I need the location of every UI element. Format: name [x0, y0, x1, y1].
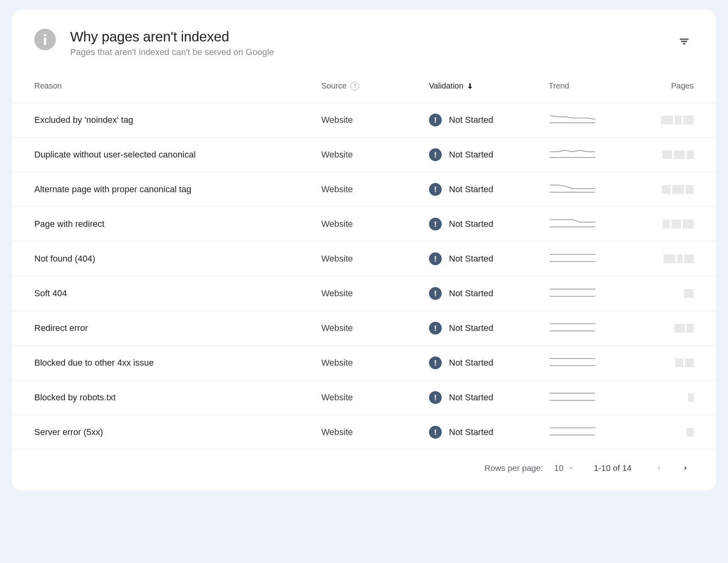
column-header-trend[interactable]: Trend: [549, 81, 636, 91]
sparkline-icon: [549, 321, 596, 333]
column-header-reason[interactable]: Reason: [34, 81, 321, 91]
exclamation-icon: !: [429, 183, 442, 196]
validation-cell: ! Not Started: [429, 148, 549, 161]
table-row[interactable]: Blocked due to other 4xx issue Website !…: [12, 345, 716, 380]
table-body: Excluded by 'noindex' tag Website ! Not …: [12, 102, 716, 449]
trend-cell: [549, 391, 636, 404]
table-row[interactable]: Alternate page with proper canonical tag…: [12, 172, 716, 207]
source-cell: Website: [321, 150, 429, 160]
validation-status: Not Started: [449, 219, 493, 229]
column-header-validation[interactable]: Validation: [429, 81, 549, 91]
validation-status: Not Started: [449, 427, 493, 437]
source-cell: Website: [321, 115, 429, 125]
rows-per-page-select[interactable]: 10: [554, 463, 575, 473]
column-header-validation-label: Validation: [429, 81, 463, 91]
pages-cell: [636, 289, 694, 298]
source-cell: Website: [321, 254, 429, 264]
validation-status: Not Started: [449, 115, 493, 125]
trend-cell: [549, 321, 636, 335]
sparkline-icon: [549, 113, 596, 124]
reason-cell: Soft 404: [34, 288, 321, 299]
validation-cell: ! Not Started: [429, 183, 549, 196]
validation-cell: ! Not Started: [429, 322, 549, 335]
reason-cell: Excluded by 'noindex' tag: [34, 115, 321, 125]
chevron-right-icon: [682, 464, 690, 472]
trend-cell: [549, 113, 636, 127]
exclamation-icon: !: [429, 322, 442, 335]
pages-cell: [636, 393, 694, 402]
validation-status: Not Started: [449, 358, 493, 368]
trend-cell: [549, 148, 636, 161]
pages-cell: [636, 220, 694, 228]
validation-cell: ! Not Started: [429, 252, 549, 265]
exclamation-icon: !: [429, 218, 442, 230]
column-header-source-label: Source: [321, 81, 346, 91]
sort-descending-icon: [466, 82, 474, 91]
source-cell: Website: [321, 184, 429, 195]
validation-cell: ! Not Started: [429, 218, 549, 230]
sparkline-icon: [549, 391, 596, 402]
column-header-source[interactable]: Source ?: [321, 81, 429, 91]
pages-cell: [636, 428, 694, 437]
source-cell: Website: [321, 323, 429, 333]
table-row[interactable]: Not found (404) Website ! Not Started: [12, 241, 716, 276]
table-row[interactable]: Page with redirect Website ! Not Started: [12, 207, 716, 241]
svg-rect-1: [44, 37, 46, 45]
rows-per-page-label: Rows per page:: [484, 463, 543, 473]
table-row[interactable]: Redirect error Website ! Not Started: [12, 311, 716, 345]
source-cell: Website: [321, 219, 429, 229]
reason-cell: Server error (5xx): [34, 427, 321, 437]
sparkline-icon: [549, 183, 596, 194]
sparkline-icon: [549, 217, 596, 228]
column-header-pages[interactable]: Pages: [636, 81, 694, 91]
help-icon[interactable]: ?: [350, 82, 359, 91]
reason-cell: Not found (404): [34, 254, 321, 264]
table-header-row: Reason Source ? Validation Trend Pages: [12, 67, 716, 102]
pages-cell: [636, 150, 694, 159]
table-row[interactable]: Duplicate without user-selected canonica…: [12, 137, 716, 172]
table-row[interactable]: Blocked by robots.txt Website ! Not Star…: [12, 380, 716, 415]
trend-cell: [549, 217, 636, 231]
pages-cell: [636, 324, 694, 333]
exclamation-icon: !: [429, 114, 442, 126]
validation-cell: ! Not Started: [429, 287, 549, 300]
trend-cell: [549, 252, 636, 266]
sparkline-icon: [549, 356, 596, 367]
trend-cell: [549, 425, 636, 439]
card-title: Why pages aren't indexed: [70, 29, 675, 45]
reason-cell: Blocked by robots.txt: [34, 392, 321, 403]
trend-cell: [549, 356, 636, 370]
validation-status: Not Started: [449, 150, 493, 160]
indexing-reasons-card: Why pages aren't indexed Pages that aren…: [12, 10, 716, 490]
source-cell: Website: [321, 392, 429, 403]
table-row[interactable]: Excluded by 'noindex' tag Website ! Not …: [12, 102, 716, 137]
info-icon: [34, 29, 56, 50]
prev-page-button[interactable]: [651, 460, 667, 476]
header-text: Why pages aren't indexed Pages that aren…: [70, 29, 675, 57]
validation-status: Not Started: [449, 323, 493, 333]
table-row[interactable]: Server error (5xx) Website ! Not Started: [12, 415, 716, 449]
pagination-range: 1-10 of 14: [594, 463, 632, 473]
validation-cell: ! Not Started: [429, 356, 549, 369]
table-row[interactable]: Soft 404 Website ! Not Started: [12, 276, 716, 311]
validation-cell: ! Not Started: [429, 391, 549, 404]
next-page-button[interactable]: [678, 460, 694, 476]
rows-per-page-value: 10: [554, 463, 563, 473]
filter-button[interactable]: [675, 32, 694, 51]
exclamation-icon: !: [429, 391, 442, 404]
validation-status: Not Started: [449, 254, 493, 264]
reason-cell: Duplicate without user-selected canonica…: [34, 150, 321, 160]
validation-status: Not Started: [449, 288, 493, 299]
exclamation-icon: !: [429, 426, 442, 439]
exclamation-icon: !: [429, 356, 442, 369]
card-subtitle: Pages that aren't indexed can't be serve…: [70, 47, 675, 57]
table-footer: Rows per page: 10 1-10 of 14: [12, 449, 716, 490]
pages-cell: [636, 358, 694, 367]
sparkline-icon: [549, 252, 596, 263]
svg-point-0: [44, 34, 46, 36]
trend-cell: [549, 183, 636, 196]
source-cell: Website: [321, 427, 429, 437]
filter-list-icon: [679, 36, 690, 47]
reason-cell: Redirect error: [34, 323, 321, 333]
sparkline-icon: [549, 287, 596, 298]
